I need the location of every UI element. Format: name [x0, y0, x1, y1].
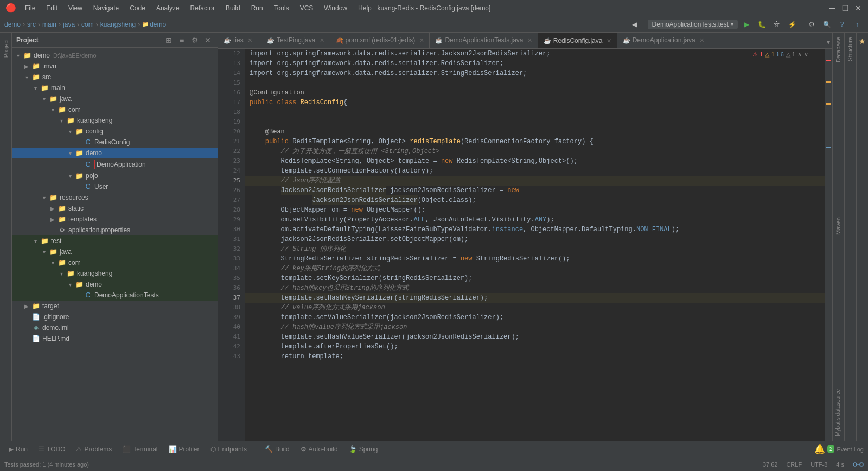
line-ending[interactable]: CRLF [786, 461, 802, 468]
help-button[interactable]: ? [835, 18, 848, 31]
tree-item-target[interactable]: ▶ 📁 target [12, 301, 218, 311]
tree-item-resources[interactable]: ▾ 📁 resources [12, 192, 218, 203]
run-config-dropdown[interactable]: DemoApplicationTests.test ▾ [648, 20, 738, 29]
run-tab-button[interactable]: ▶ Run [4, 444, 32, 454]
code-line[interactable]: import org.springframework.data.redis.se… [245, 49, 825, 59]
encoding[interactable]: UTF-8 [810, 461, 827, 468]
tab-ties[interactable]: ☕ ties × [218, 33, 261, 48]
tab-overflow-button[interactable]: ▾ [825, 36, 832, 48]
structure-tab[interactable]: Structure [845, 33, 856, 66]
tree-item-testjava[interactable]: ▾ 📁 java [12, 246, 218, 257]
menu-file[interactable]: File [21, 3, 40, 13]
tree-item-testdemo[interactable]: ▾ 📁 demo [12, 279, 218, 290]
tab-pom[interactable]: 🍂 pom.xml (redis-01-jedis) × [330, 33, 430, 48]
code-line[interactable] [245, 117, 825, 127]
code-line[interactable]: Jackson2JsonRedisSerializer jackson2Json… [245, 186, 825, 195]
tree-item-gitignore[interactable]: 📄 .gitignore [12, 311, 218, 322]
cursor-position[interactable]: 37:62 [763, 461, 778, 468]
code-line[interactable]: import org.springframework.data.redis.se… [245, 59, 825, 68]
tree-item-demo[interactable]: ▾ 📁 demo [12, 148, 218, 158]
breadcrumb-main[interactable]: main [42, 21, 56, 28]
tree-item-templates[interactable]: ▶ 📁 templates [12, 214, 218, 225]
code-line[interactable]: StringRedisSerializer stringRedisSeriali… [245, 254, 825, 264]
code-line[interactable]: om.activateDefaultTyping(LaissezFaireSub… [245, 225, 825, 234]
menu-window[interactable]: Window [320, 3, 352, 13]
tab-close-button[interactable]: × [607, 36, 611, 45]
maximize-button[interactable]: ❐ [841, 4, 850, 12]
project-tab-label[interactable]: Project [1, 35, 11, 62]
build-button[interactable]: 🔨 Build [260, 444, 294, 454]
tree-root[interactable]: ▾ 📁 demo D:\javaEE\demo [12, 50, 218, 61]
project-sidebar-tab[interactable]: Project [0, 33, 12, 441]
tab-close-button[interactable]: × [320, 36, 324, 44]
settings-button[interactable]: ⚙ [805, 18, 818, 31]
tree-item-demoiml[interactable]: ◈ demo.iml [12, 322, 218, 333]
code-line[interactable]: Jackson2JsonRedisSerializer(Object.class… [245, 195, 825, 205]
tree-item-demoapplication[interactable]: C DemoApplication [12, 158, 218, 170]
code-line[interactable]: // hash的key也采用String的序列化方式 [245, 283, 825, 293]
menu-code[interactable]: Code [125, 3, 150, 13]
tree-item-com[interactable]: ▾ 📁 com [12, 104, 218, 115]
tab-close-button[interactable]: × [528, 36, 532, 44]
tree-item-testkuangsheng[interactable]: ▾ 📁 kuangsheng [12, 268, 218, 279]
maven-tab[interactable]: Maven [833, 213, 844, 239]
menu-view[interactable]: View [64, 3, 87, 13]
tree-item-config[interactable]: ▾ 📁 config [12, 126, 218, 137]
breadcrumb[interactable]: demo › src › main › java › com › kuangsh… [4, 21, 166, 28]
code-line[interactable]: // 为了开发方便，一般直接使用 <String,Object> [245, 147, 825, 156]
code-line[interactable]: RedisTemplate<String, Object> template =… [245, 156, 825, 166]
menu-vcs[interactable]: VCS [296, 3, 318, 13]
back-button[interactable]: ◀ [628, 18, 641, 31]
tab-demoapplication[interactable]: ☕ DemoApplication.java × [617, 33, 710, 48]
breadcrumb-kuangsheng[interactable]: kuangsheng [100, 21, 136, 28]
tree-item-src[interactable]: ▾ 📁 src [12, 72, 218, 82]
code-line[interactable]: @Configuration [245, 88, 825, 98]
tree-item-test[interactable]: ▾ 📁 test [12, 236, 218, 246]
coverage-button[interactable]: ⛦ [770, 18, 783, 31]
collapse-all-button[interactable]: ≡ [176, 35, 187, 46]
code-line[interactable]: ObjectMapper om = new ObjectMapper(); [245, 205, 825, 215]
update-button[interactable]: ↑ [851, 18, 864, 31]
tab-redisconfig[interactable]: ☕ RedisConfig.java × [538, 33, 617, 48]
code-line[interactable]: public class RedisConfig{ [245, 98, 825, 107]
breadcrumb-demo[interactable]: demo [4, 21, 21, 28]
autobuild-button[interactable]: ⚙ Auto-build [296, 444, 342, 454]
spring-button[interactable]: 🍃 Spring [344, 444, 382, 454]
menu-run[interactable]: Run [247, 3, 267, 13]
minimize-button[interactable]: ─ [828, 4, 837, 12]
tree-item-pojo[interactable]: ▾ 📁 pojo [12, 170, 218, 181]
run-button[interactable]: ▶ [740, 18, 753, 31]
tab-close-button[interactable]: × [419, 36, 424, 44]
panel-settings-button[interactable]: ⚙ [189, 35, 200, 46]
code-line[interactable]: public RedisTemplate<String, Object> red… [245, 137, 825, 147]
menu-bar[interactable]: File Edit View Navigate Code Analyze Ref… [21, 3, 376, 13]
tree-item-static[interactable]: ▶ 📁 static [12, 203, 218, 214]
code-line[interactable]: import org.springframework.data.redis.se… [245, 68, 825, 78]
tree-item-kuangsheng[interactable]: ▾ 📁 kuangsheng [12, 115, 218, 126]
tab-testping[interactable]: ☕ TestPing.java × [261, 33, 330, 48]
tree-item-user[interactable]: C User [12, 181, 218, 192]
code-line[interactable]: template.afterPropertiesSet(); [245, 342, 825, 352]
tree-item-demoapplicationtests[interactable]: C DemoApplicationTests [12, 290, 218, 301]
search-button[interactable]: 🔍 [820, 18, 833, 31]
tree-item-helpmd[interactable]: 📄 HELP.md [12, 333, 218, 344]
code-line[interactable]: template.setConnectionFactory(factory); [245, 166, 825, 176]
tree-item-java[interactable]: ▾ 📁 java [12, 93, 218, 104]
expand-all-button[interactable]: ⊞ [163, 35, 174, 46]
menu-edit[interactable]: Edit [42, 3, 62, 13]
code-line[interactable]: om.setVisibility(PropertyAccessor.ALL, J… [245, 215, 825, 225]
menu-navigate[interactable]: Navigate [89, 3, 123, 13]
tree-item-testcom[interactable]: ▾ 📁 com [12, 257, 218, 268]
code-line[interactable]: template.setValueSerializer(jackson2Json… [245, 313, 825, 322]
tab-close-button[interactable]: × [248, 36, 252, 44]
breadcrumb-src[interactable]: src [27, 21, 36, 28]
code-line[interactable] [245, 107, 825, 117]
endpoints-button[interactable]: ⬡ Endpoints [206, 444, 251, 454]
code-line[interactable]: template.setHashKeySerializer(stringRedi… [245, 293, 825, 303]
menu-analyze[interactable]: Analyze [152, 3, 184, 13]
code-line[interactable]: return template; [245, 352, 825, 361]
error-nav-up[interactable]: ∧ [797, 51, 802, 58]
code-line[interactable]: // String 的序列化 [245, 244, 825, 254]
code-line[interactable]: // Json序列化配置 [245, 176, 825, 186]
problems-button[interactable]: ⚠ Problems [72, 444, 116, 454]
